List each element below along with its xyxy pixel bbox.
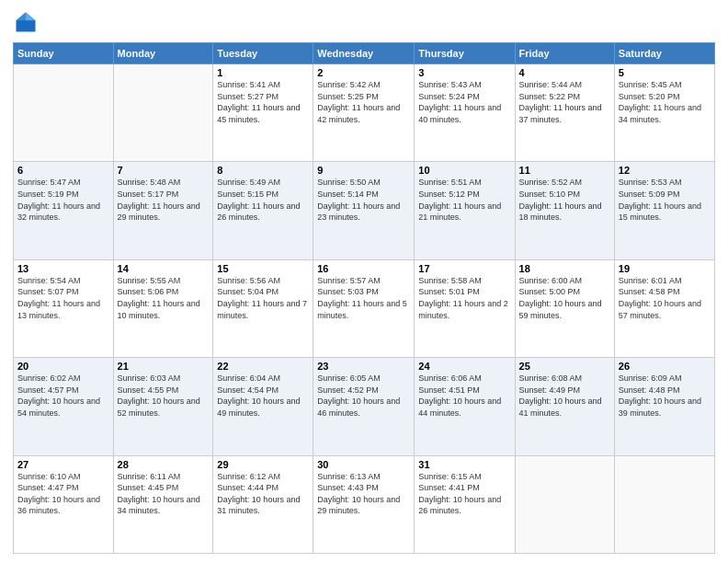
day-info: Sunrise: 6:13 AMSunset: 4:43 PMDaylight:… [317, 471, 410, 517]
day-info: Sunrise: 6:01 AMSunset: 4:58 PMDaylight:… [619, 275, 711, 321]
week-row-5: 27Sunrise: 6:10 AMSunset: 4:47 PMDayligh… [14, 455, 715, 553]
col-monday: Monday [113, 43, 213, 64]
day-info: Sunrise: 5:58 AMSunset: 5:01 PMDaylight:… [418, 275, 510, 321]
day-number: 4 [519, 67, 610, 78]
day-number: 28 [118, 459, 210, 470]
calendar-cell: 29Sunrise: 6:12 AMSunset: 4:44 PMDayligh… [213, 455, 313, 553]
day-info: Sunrise: 6:06 AMSunset: 4:51 PMDaylight:… [418, 373, 510, 419]
day-number: 30 [317, 459, 410, 470]
day-info: Sunrise: 6:12 AMSunset: 4:44 PMDaylight:… [217, 471, 309, 517]
day-info: Sunrise: 5:52 AMSunset: 5:10 PMDaylight:… [519, 177, 610, 223]
day-info: Sunrise: 6:04 AMSunset: 4:54 PMDaylight:… [217, 373, 309, 419]
day-info: Sunrise: 6:00 AMSunset: 5:00 PMDaylight:… [519, 275, 610, 321]
day-info: Sunrise: 5:50 AMSunset: 5:14 PMDaylight:… [317, 177, 410, 223]
day-info: Sunrise: 6:11 AMSunset: 4:45 PMDaylight:… [118, 471, 210, 517]
day-info: Sunrise: 5:49 AMSunset: 5:15 PMDaylight:… [217, 177, 309, 223]
day-number: 16 [317, 263, 410, 274]
calendar-cell: 18Sunrise: 6:00 AMSunset: 5:00 PMDayligh… [515, 259, 614, 357]
calendar-cell: 5Sunrise: 5:45 AMSunset: 5:20 PMDaylight… [614, 64, 714, 162]
day-number: 19 [619, 263, 711, 274]
calendar-cell: 10Sunrise: 5:51 AMSunset: 5:12 PMDayligh… [415, 162, 515, 259]
day-number: 17 [418, 263, 510, 274]
header-row: Sunday Monday Tuesday Wednesday Thursday… [14, 43, 715, 64]
day-info: Sunrise: 5:54 AMSunset: 5:07 PMDaylight:… [17, 275, 109, 321]
day-info: Sunrise: 6:10 AMSunset: 4:47 PMDaylight:… [17, 471, 109, 517]
day-info: Sunrise: 5:41 AMSunset: 5:27 PMDaylight:… [217, 79, 309, 125]
calendar-cell: 8Sunrise: 5:49 AMSunset: 5:15 PMDaylight… [213, 162, 313, 259]
calendar-cell: 28Sunrise: 6:11 AMSunset: 4:45 PMDayligh… [113, 455, 213, 553]
day-number: 9 [317, 165, 410, 176]
day-number: 22 [217, 361, 309, 372]
day-number: 14 [118, 263, 210, 274]
day-info: Sunrise: 6:15 AMSunset: 4:41 PMDaylight:… [418, 471, 510, 517]
day-number: 5 [619, 67, 711, 78]
day-number: 6 [17, 165, 109, 176]
calendar-cell: 27Sunrise: 6:10 AMSunset: 4:47 PMDayligh… [14, 455, 114, 553]
day-info: Sunrise: 5:57 AMSunset: 5:03 PMDaylight:… [317, 275, 410, 321]
day-info: Sunrise: 5:48 AMSunset: 5:17 PMDaylight:… [118, 177, 210, 223]
calendar-table: Sunday Monday Tuesday Wednesday Thursday… [13, 42, 715, 554]
day-number: 25 [519, 361, 610, 372]
col-saturday: Saturday [614, 43, 714, 64]
day-number: 26 [619, 361, 711, 372]
calendar-cell: 21Sunrise: 6:03 AMSunset: 4:55 PMDayligh… [113, 358, 213, 455]
day-info: Sunrise: 6:08 AMSunset: 4:49 PMDaylight:… [519, 373, 610, 419]
col-wednesday: Wednesday [313, 43, 415, 64]
calendar-cell: 3Sunrise: 5:43 AMSunset: 5:24 PMDaylight… [415, 64, 515, 162]
calendar-cell [614, 455, 714, 553]
day-info: Sunrise: 6:05 AMSunset: 4:52 PMDaylight:… [317, 373, 410, 419]
calendar-cell [113, 64, 213, 162]
logo-icon [13, 9, 39, 35]
col-friday: Friday [515, 43, 614, 64]
day-number: 13 [17, 263, 109, 274]
day-number: 24 [418, 361, 510, 372]
day-info: Sunrise: 5:42 AMSunset: 5:25 PMDaylight:… [317, 79, 410, 125]
day-info: Sunrise: 5:45 AMSunset: 5:20 PMDaylight:… [619, 79, 711, 125]
calendar-cell [14, 64, 114, 162]
calendar-cell: 16Sunrise: 5:57 AMSunset: 5:03 PMDayligh… [313, 259, 415, 357]
day-number: 31 [418, 459, 510, 470]
week-row-4: 20Sunrise: 6:02 AMSunset: 4:57 PMDayligh… [14, 358, 715, 455]
calendar-cell: 30Sunrise: 6:13 AMSunset: 4:43 PMDayligh… [313, 455, 415, 553]
col-sunday: Sunday [14, 43, 114, 64]
day-number: 8 [217, 165, 309, 176]
day-number: 20 [17, 361, 109, 372]
day-number: 23 [317, 361, 410, 372]
day-number: 27 [17, 459, 109, 470]
day-info: Sunrise: 5:47 AMSunset: 5:19 PMDaylight:… [17, 177, 109, 223]
calendar-cell: 7Sunrise: 5:48 AMSunset: 5:17 PMDaylight… [113, 162, 213, 259]
day-number: 18 [519, 263, 610, 274]
week-row-3: 13Sunrise: 5:54 AMSunset: 5:07 PMDayligh… [14, 259, 715, 357]
calendar-cell: 6Sunrise: 5:47 AMSunset: 5:19 PMDaylight… [14, 162, 114, 259]
col-thursday: Thursday [415, 43, 515, 64]
week-row-1: 1Sunrise: 5:41 AMSunset: 5:27 PMDaylight… [14, 64, 715, 162]
header [13, 9, 715, 35]
week-row-2: 6Sunrise: 5:47 AMSunset: 5:19 PMDaylight… [14, 162, 715, 259]
day-info: Sunrise: 6:03 AMSunset: 4:55 PMDaylight:… [118, 373, 210, 419]
day-info: Sunrise: 5:56 AMSunset: 5:04 PMDaylight:… [217, 275, 309, 321]
day-number: 29 [217, 459, 309, 470]
day-number: 15 [217, 263, 309, 274]
logo [13, 9, 42, 35]
calendar-cell: 2Sunrise: 5:42 AMSunset: 5:25 PMDaylight… [313, 64, 415, 162]
calendar-cell: 13Sunrise: 5:54 AMSunset: 5:07 PMDayligh… [14, 259, 114, 357]
day-info: Sunrise: 5:53 AMSunset: 5:09 PMDaylight:… [619, 177, 711, 223]
day-number: 12 [619, 165, 711, 176]
day-number: 1 [217, 67, 309, 78]
day-info: Sunrise: 5:43 AMSunset: 5:24 PMDaylight:… [418, 79, 510, 125]
day-number: 3 [418, 67, 510, 78]
day-info: Sunrise: 5:44 AMSunset: 5:22 PMDaylight:… [519, 79, 610, 125]
calendar-cell: 1Sunrise: 5:41 AMSunset: 5:27 PMDaylight… [213, 64, 313, 162]
calendar-cell: 23Sunrise: 6:05 AMSunset: 4:52 PMDayligh… [313, 358, 415, 455]
day-number: 7 [118, 165, 210, 176]
calendar-cell: 22Sunrise: 6:04 AMSunset: 4:54 PMDayligh… [213, 358, 313, 455]
day-number: 11 [519, 165, 610, 176]
calendar-cell: 25Sunrise: 6:08 AMSunset: 4:49 PMDayligh… [515, 358, 614, 455]
day-info: Sunrise: 5:55 AMSunset: 5:06 PMDaylight:… [118, 275, 210, 321]
day-number: 21 [118, 361, 210, 372]
calendar-cell: 19Sunrise: 6:01 AMSunset: 4:58 PMDayligh… [614, 259, 714, 357]
day-info: Sunrise: 6:02 AMSunset: 4:57 PMDaylight:… [17, 373, 109, 419]
calendar-cell: 9Sunrise: 5:50 AMSunset: 5:14 PMDaylight… [313, 162, 415, 259]
calendar-cell: 14Sunrise: 5:55 AMSunset: 5:06 PMDayligh… [113, 259, 213, 357]
calendar-page: Sunday Monday Tuesday Wednesday Thursday… [0, 0, 728, 563]
